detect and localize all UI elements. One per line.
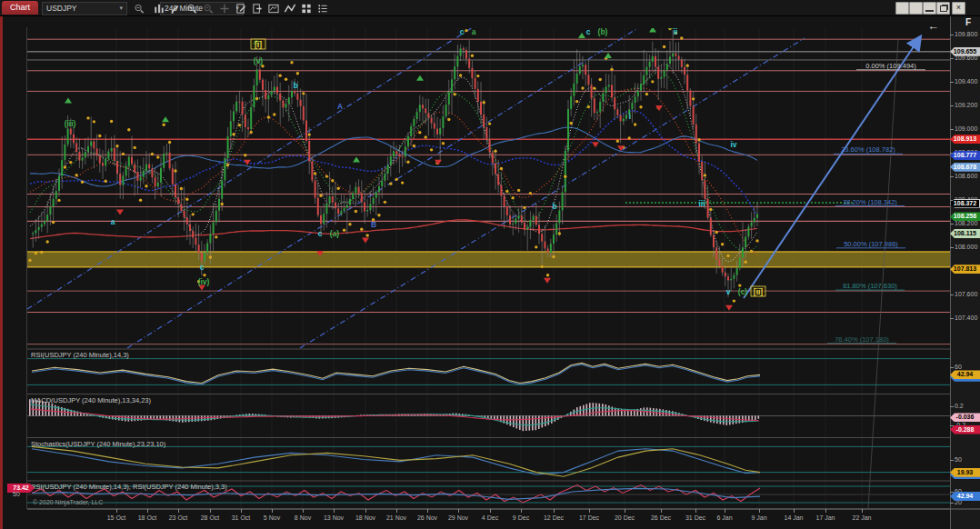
date-tick[interactable] <box>458 509 459 513</box>
price-tick[interactable] <box>950 247 954 248</box>
svg-text:B: B <box>371 220 376 229</box>
date-tick[interactable] <box>589 509 590 513</box>
panel-tick[interactable] <box>950 492 954 493</box>
svg-text:iv: iv <box>730 140 736 149</box>
price-tick-label[interactable]: 107.600 <box>955 291 977 297</box>
price-tick[interactable] <box>950 294 954 295</box>
date-label[interactable]: 15 Oct <box>107 514 126 521</box>
date-tick[interactable] <box>695 509 696 513</box>
date-tick[interactable] <box>427 509 428 513</box>
price-tick[interactable] <box>950 82 954 83</box>
date-tick[interactable] <box>365 509 366 513</box>
svg-text:(iv): (iv) <box>198 277 210 286</box>
date-tick[interactable] <box>396 509 397 513</box>
date-tick[interactable] <box>272 509 273 513</box>
panel-tick-label[interactable]: 0.2 <box>955 403 964 409</box>
price-tick-label[interactable]: 109.800 <box>955 31 977 37</box>
price-badge[interactable]: 109.655 <box>950 47 980 56</box>
price-tick-label[interactable]: 108.600 <box>955 173 977 179</box>
price-badge[interactable]: 108.678 <box>950 163 980 172</box>
pan-left-icon[interactable]: ← <box>927 19 939 33</box>
date-label[interactable]: 18 Oct <box>138 514 157 521</box>
indicator-value-badge[interactable]: 19.93 <box>950 468 980 477</box>
date-label[interactable]: 5 Nov <box>264 514 280 521</box>
price-tick[interactable] <box>950 224 954 225</box>
svg-text:a: a <box>111 217 115 226</box>
date-tick[interactable] <box>303 509 304 513</box>
indicator-value-badge[interactable]: -0.288 <box>950 425 980 434</box>
date-label[interactable]: 18 Nov <box>355 514 375 521</box>
date-label[interactable]: 17 Dec <box>579 514 599 521</box>
date-label[interactable]: 4 Dec <box>482 514 498 521</box>
date-tick[interactable] <box>794 509 795 513</box>
gold-support-band <box>27 252 950 267</box>
date-tick[interactable] <box>490 509 491 513</box>
date-label[interactable]: 31 Dec <box>685 514 705 521</box>
date-label[interactable]: 9 Dec <box>513 514 529 521</box>
price-tick[interactable] <box>950 35 954 35</box>
date-label[interactable]: 22 Jan <box>852 514 871 521</box>
price-badge[interactable]: 108.372 <box>950 199 980 208</box>
date-tick[interactable] <box>334 509 335 513</box>
indicator-value-badge[interactable]: 42.94 <box>950 492 980 501</box>
price-tick-label[interactable]: 107.400 <box>955 314 977 321</box>
date-tick[interactable] <box>210 509 211 513</box>
panel-tick-label[interactable]: 50 <box>955 456 962 463</box>
date-tick[interactable] <box>625 509 625 513</box>
price-tick[interactable] <box>950 318 954 319</box>
svg-text:c: c <box>586 27 591 36</box>
date-tick[interactable] <box>661 509 662 513</box>
date-label[interactable]: 26 Dec <box>651 514 671 521</box>
date-tick[interactable] <box>725 509 725 513</box>
date-tick[interactable] <box>759 509 760 513</box>
svg-text:[ii]: [ii] <box>754 287 764 296</box>
panel-tick-label[interactable]: 60 <box>955 364 962 370</box>
date-label[interactable]: 14 Jan <box>784 514 803 521</box>
left-tick-label[interactable]: 50 <box>13 491 20 497</box>
date-label[interactable]: 26 Nov <box>417 514 437 521</box>
price-badge[interactable]: 108.777 <box>950 151 980 160</box>
price-tick[interactable] <box>950 176 954 177</box>
price-tick-label[interactable]: 109.400 <box>955 78 977 85</box>
price-tick[interactable] <box>950 129 954 130</box>
chart-canvas[interactable]: [i](v)bA(iii)ac(iv)c(a)Bcabc(b)iiiiviiiv… <box>0 0 980 529</box>
panel-tick[interactable] <box>950 460 954 461</box>
fixed-scale-indicator[interactable]: F <box>965 17 971 27</box>
date-label[interactable]: 9 Jan <box>751 514 766 521</box>
date-tick[interactable] <box>147 509 148 513</box>
price-badge[interactable]: 108.115 <box>950 229 980 238</box>
date-tick[interactable] <box>521 509 522 513</box>
date-label[interactable]: 29 Nov <box>448 514 468 521</box>
date-label[interactable]: 8 Nov <box>295 514 311 521</box>
indicator-value-badge[interactable]: -0.036 <box>950 413 980 422</box>
date-label[interactable]: 28 Oct <box>201 514 220 521</box>
indicator-value-badge[interactable]: 42.94 <box>950 370 980 379</box>
date-label[interactable]: 31 Oct <box>232 514 251 521</box>
date-label[interactable]: 23 Oct <box>169 514 188 521</box>
price-tick-label[interactable]: 108.000 <box>955 244 977 250</box>
date-label[interactable]: 21 Nov <box>386 514 406 521</box>
left-value-badge[interactable]: 73.42 <box>7 484 35 493</box>
date-tick[interactable] <box>178 509 179 513</box>
date-tick[interactable] <box>116 509 117 513</box>
price-tick[interactable] <box>950 58 954 59</box>
date-label[interactable]: 13 Nov <box>324 514 344 521</box>
date-label[interactable]: 20 Dec <box>615 514 635 521</box>
price-badge[interactable]: 108.913 <box>950 135 980 144</box>
price-badge[interactable]: 108.258 <box>950 212 980 221</box>
date-label[interactable]: 12 Dec <box>544 514 564 521</box>
date-tick[interactable] <box>825 509 826 513</box>
panel-tick[interactable] <box>950 406 954 407</box>
date-tick[interactable] <box>241 509 242 513</box>
date-tick[interactable] <box>862 509 863 513</box>
price-tick-label[interactable]: 109.000 <box>955 125 977 132</box>
date-label[interactable]: 17 Jan <box>815 514 835 521</box>
price-tick[interactable] <box>950 105 954 106</box>
panel-tick[interactable] <box>950 425 954 426</box>
date-tick[interactable] <box>554 509 555 513</box>
price-badge[interactable]: 107.813 <box>950 264 980 274</box>
panel-tick[interactable] <box>950 503 954 504</box>
price-tick-label[interactable]: 109.200 <box>955 102 977 108</box>
date-label[interactable]: 6 Jan <box>716 514 732 521</box>
panel-tick[interactable] <box>950 367 954 368</box>
